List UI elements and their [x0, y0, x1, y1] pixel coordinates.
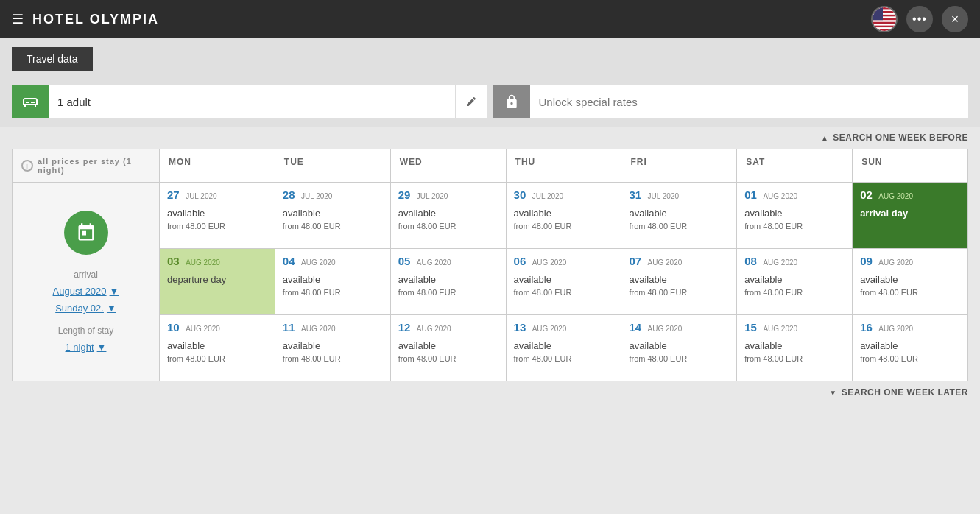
close-button[interactable]: × — [942, 6, 968, 32]
calendar-cell-29jul[interactable]: 29 JUL 2020 available from 48.00 EUR — [391, 183, 507, 249]
svg-rect-8 — [873, 27, 896, 29]
calendar-cell-30jul[interactable]: 30 JUL 2020 available from 48.00 EUR — [507, 183, 622, 249]
more-options-button[interactable]: ••• — [906, 6, 933, 32]
calendar-day-fri: FRI — [621, 149, 737, 183]
calendar-cell-07aug[interactable]: 07 AUG 2020 available from 48.00 EUR — [621, 249, 737, 315]
calendar-cell-03aug[interactable]: 03 AUG 2020 departure day — [160, 249, 275, 315]
calendar-info-cell: i all prices per stay (1 night) — [13, 149, 160, 183]
calendar-cell-05aug[interactable]: 05 AUG 2020 available from 48.00 EUR — [391, 249, 507, 315]
week-before-label: SEARCH ONE WEEK BEFORE — [833, 133, 968, 143]
promo-code-input[interactable] — [530, 85, 969, 118]
arrival-sidebar: arrival August 2020 ▼ Sunday 02. ▼ Lengt… — [13, 183, 160, 381]
search-bar: 1 adult — [0, 80, 980, 127]
calendar-container: i all prices per stay (1 night) MON TUE … — [0, 149, 980, 381]
arrival-label: arrival — [74, 270, 98, 280]
calendar-cell-09aug[interactable]: 09 AUG 2020 available from 48.00 EUR — [853, 249, 968, 315]
svg-rect-7 — [873, 24, 896, 25]
length-of-stay-select[interactable]: 1 night ▼ — [66, 342, 107, 353]
guest-input-wrapper: 1 adult — [12, 85, 487, 118]
search-week-later-button[interactable]: SEARCH ONE WEEK LATER — [829, 387, 968, 398]
search-week-before-button[interactable]: SEARCH ONE WEEK BEFORE — [821, 133, 968, 143]
calendar-day-mon: MON — [160, 149, 275, 183]
travel-bar: Travel data — [0, 38, 980, 80]
menu-icon[interactable]: ☰ — [12, 11, 24, 27]
week-later-label: SEARCH ONE WEEK LATER — [842, 387, 968, 398]
header: ☰ HOTEL OLYMPIA ••• × — [0, 0, 980, 38]
arrival-day-select[interactable]: Sunday 02. ▼ — [55, 303, 116, 314]
svg-rect-3 — [873, 9, 896, 10]
calendar-cell-08aug[interactable]: 08 AUG 2020 available from 48.00 EUR — [737, 249, 853, 315]
lock-icon — [493, 85, 530, 118]
hotel-title: HOTEL OLYMPIA — [32, 12, 862, 27]
svg-rect-6 — [873, 20, 896, 21]
calendar-cell-10aug[interactable]: 10 AUG 2020 available from 48.00 EUR — [160, 315, 275, 381]
calendar-cell-01aug[interactable]: 01 AUG 2020 available from 48.00 EUR — [737, 183, 853, 249]
calendar-day-sat: SAT — [737, 149, 853, 183]
promo-input-wrapper — [493, 85, 969, 118]
length-of-stay-label: Length of stay — [58, 325, 113, 336]
edit-guest-button[interactable] — [455, 85, 487, 118]
calendar-cell-28jul[interactable]: 28 JUL 2020 available from 48.00 EUR — [275, 183, 391, 249]
arrival-date-row: August 2020 ▼ Sunday 02. ▼ — [24, 286, 147, 314]
calendar-cell-12aug[interactable]: 12 AUG 2020 available from 48.00 EUR — [391, 315, 507, 381]
arrival-calendar-icon — [64, 211, 108, 255]
language-flag[interactable] — [871, 6, 898, 32]
travel-data-tab[interactable]: Travel data — [12, 47, 93, 71]
calendar-cell-13aug[interactable]: 13 AUG 2020 available from 48.00 EUR — [507, 315, 622, 381]
calendar-cell-27jul[interactable]: 27 JUL 2020 available from 48.00 EUR — [160, 183, 275, 249]
calendar-info-text: all prices per stay (1 night) — [38, 157, 150, 175]
calendar-cell-02aug[interactable]: 02 AUG 2020 arrival day — [853, 183, 968, 249]
calendar-grid: i all prices per stay (1 night) MON TUE … — [12, 149, 968, 381]
calendar-day-wed: WED — [391, 149, 507, 183]
calendar-cell-11aug[interactable]: 11 AUG 2020 available from 48.00 EUR — [275, 315, 391, 381]
week-nav-top: SEARCH ONE WEEK BEFORE — [0, 127, 980, 149]
calendar-cell-06aug[interactable]: 06 AUG 2020 available from 48.00 EUR — [507, 249, 622, 315]
bed-icon — [12, 85, 49, 118]
guest-count-display: 1 adult — [49, 85, 455, 118]
calendar-day-tue: TUE — [275, 149, 391, 183]
svg-rect-9 — [873, 7, 883, 20]
chevron-down-icon — [829, 387, 836, 398]
calendar-cell-31jul[interactable]: 31 JUL 2020 available from 48.00 EUR — [621, 183, 737, 249]
calendar-cell-04aug[interactable]: 04 AUG 2020 available from 48.00 EUR — [275, 249, 391, 315]
week-nav-bottom: SEARCH ONE WEEK LATER — [0, 381, 980, 404]
info-icon: i — [21, 160, 33, 172]
calendar-cell-16aug[interactable]: 16 AUG 2020 available from 48.00 EUR — [853, 315, 968, 381]
calendar-cell-14aug[interactable]: 14 AUG 2020 available from 48.00 EUR — [621, 315, 737, 381]
calendar-day-sun: SUN — [853, 149, 968, 183]
calendar-cell-15aug[interactable]: 15 AUG 2020 available from 48.00 EUR — [737, 315, 853, 381]
chevron-up-icon — [821, 133, 828, 143]
calendar-day-thu: THU — [507, 149, 622, 183]
arrival-month-select[interactable]: August 2020 ▼ — [53, 286, 119, 297]
